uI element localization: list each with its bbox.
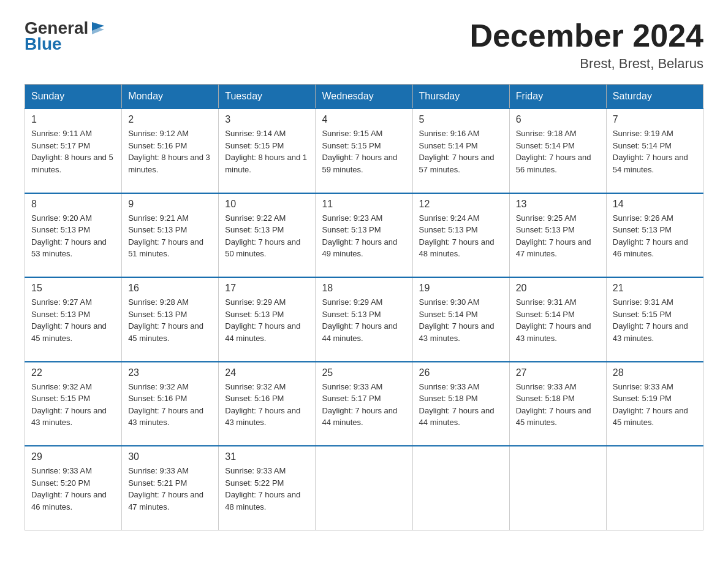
table-row: 3 Sunrise: 9:14 AM Sunset: 5:15 PM Dayli… [219, 109, 316, 193]
header-saturday: Saturday [606, 85, 703, 109]
day-number: 26 [419, 367, 503, 378]
logo: General Blue [25, 18, 108, 54]
table-row: 12 Sunrise: 9:24 AM Sunset: 5:13 PM Dayl… [412, 193, 509, 278]
day-info: Sunrise: 9:33 AM Sunset: 5:20 PM Dayligh… [31, 465, 115, 525]
table-row: 18 Sunrise: 9:29 AM Sunset: 5:13 PM Dayl… [316, 277, 412, 362]
calendar-week-row: 15 Sunrise: 9:27 AM Sunset: 5:13 PM Dayl… [25, 277, 703, 362]
day-info: Sunrise: 9:21 AM Sunset: 5:13 PM Dayligh… [128, 212, 212, 272]
day-info: Sunrise: 9:19 AM Sunset: 5:14 PM Dayligh… [613, 128, 697, 188]
table-row: 30 Sunrise: 9:33 AM Sunset: 5:21 PM Dayl… [122, 446, 219, 530]
day-number: 13 [516, 199, 600, 210]
day-info: Sunrise: 9:24 AM Sunset: 5:13 PM Dayligh… [419, 212, 503, 272]
day-info: Sunrise: 9:12 AM Sunset: 5:16 PM Dayligh… [128, 128, 212, 188]
day-number: 7 [613, 114, 697, 125]
day-number: 14 [613, 199, 697, 210]
day-number: 16 [128, 283, 212, 294]
day-info: Sunrise: 9:29 AM Sunset: 5:13 PM Dayligh… [322, 296, 406, 356]
day-number: 19 [419, 283, 503, 294]
day-number: 10 [225, 199, 309, 210]
day-number: 24 [225, 367, 309, 378]
day-info: Sunrise: 9:33 AM Sunset: 5:19 PM Dayligh… [613, 381, 697, 441]
table-row: 16 Sunrise: 9:28 AM Sunset: 5:13 PM Dayl… [122, 277, 219, 362]
day-number: 28 [613, 367, 697, 378]
calendar-week-row: 29 Sunrise: 9:33 AM Sunset: 5:20 PM Dayl… [25, 446, 703, 530]
calendar-header-row: Sunday Monday Tuesday Wednesday Thursday… [25, 85, 703, 109]
header: General Blue December 2024 Brest, Brest,… [25, 18, 703, 72]
day-info: Sunrise: 9:33 AM Sunset: 5:18 PM Dayligh… [516, 381, 600, 441]
calendar-week-row: 22 Sunrise: 9:32 AM Sunset: 5:15 PM Dayl… [25, 362, 703, 446]
table-row: 7 Sunrise: 9:19 AM Sunset: 5:14 PM Dayli… [606, 109, 703, 193]
header-thursday: Thursday [412, 85, 509, 109]
day-number: 30 [128, 451, 212, 462]
table-row: 5 Sunrise: 9:16 AM Sunset: 5:14 PM Dayli… [412, 109, 509, 193]
table-row: 21 Sunrise: 9:31 AM Sunset: 5:15 PM Dayl… [606, 277, 703, 362]
table-row: 13 Sunrise: 9:25 AM Sunset: 5:13 PM Dayl… [509, 193, 606, 278]
table-row: 15 Sunrise: 9:27 AM Sunset: 5:13 PM Dayl… [25, 277, 122, 362]
table-row: 24 Sunrise: 9:32 AM Sunset: 5:16 PM Dayl… [219, 362, 316, 446]
table-row: 4 Sunrise: 9:15 AM Sunset: 5:15 PM Dayli… [316, 109, 412, 193]
day-number: 6 [516, 114, 600, 125]
day-info: Sunrise: 9:11 AM Sunset: 5:17 PM Dayligh… [31, 128, 115, 188]
calendar-table: Sunday Monday Tuesday Wednesday Thursday… [25, 84, 703, 530]
day-info: Sunrise: 9:28 AM Sunset: 5:13 PM Dayligh… [128, 296, 212, 356]
day-number: 12 [419, 199, 503, 210]
table-row: 14 Sunrise: 9:26 AM Sunset: 5:13 PM Dayl… [606, 193, 703, 278]
day-number: 25 [322, 367, 406, 378]
page-title: December 2024 [469, 18, 703, 53]
table-row: 23 Sunrise: 9:32 AM Sunset: 5:16 PM Dayl… [122, 362, 219, 446]
table-row: 25 Sunrise: 9:33 AM Sunset: 5:17 PM Dayl… [316, 362, 412, 446]
day-number: 3 [225, 114, 309, 125]
table-row: 22 Sunrise: 9:32 AM Sunset: 5:15 PM Dayl… [25, 362, 122, 446]
day-number: 5 [419, 114, 503, 125]
day-info: Sunrise: 9:30 AM Sunset: 5:14 PM Dayligh… [419, 296, 503, 356]
day-info: Sunrise: 9:20 AM Sunset: 5:13 PM Dayligh… [31, 212, 115, 272]
day-info: Sunrise: 9:23 AM Sunset: 5:13 PM Dayligh… [322, 212, 406, 272]
day-info: Sunrise: 9:15 AM Sunset: 5:15 PM Dayligh… [322, 128, 406, 188]
header-wednesday: Wednesday [316, 85, 412, 109]
day-number: 4 [322, 114, 406, 125]
day-number: 17 [225, 283, 309, 294]
day-number: 8 [31, 199, 115, 210]
day-info: Sunrise: 9:18 AM Sunset: 5:14 PM Dayligh… [516, 128, 600, 188]
table-row: 27 Sunrise: 9:33 AM Sunset: 5:18 PM Dayl… [509, 362, 606, 446]
day-info: Sunrise: 9:26 AM Sunset: 5:13 PM Dayligh… [613, 212, 697, 272]
day-info: Sunrise: 9:32 AM Sunset: 5:15 PM Dayligh… [31, 381, 115, 441]
day-number: 21 [613, 283, 697, 294]
day-info: Sunrise: 9:33 AM Sunset: 5:17 PM Dayligh… [322, 381, 406, 441]
day-number: 29 [31, 451, 115, 462]
header-friday: Friday [509, 85, 606, 109]
day-number: 9 [128, 199, 212, 210]
day-number: 23 [128, 367, 212, 378]
day-info: Sunrise: 9:31 AM Sunset: 5:15 PM Dayligh… [613, 296, 697, 356]
table-row [412, 446, 509, 530]
table-row: 26 Sunrise: 9:33 AM Sunset: 5:18 PM Dayl… [412, 362, 509, 446]
day-number: 20 [516, 283, 600, 294]
table-row: 31 Sunrise: 9:33 AM Sunset: 5:22 PM Dayl… [219, 446, 316, 530]
table-row: 6 Sunrise: 9:18 AM Sunset: 5:14 PM Dayli… [509, 109, 606, 193]
table-row [316, 446, 412, 530]
title-area: December 2024 Brest, Brest, Belarus [469, 18, 703, 72]
day-info: Sunrise: 9:27 AM Sunset: 5:13 PM Dayligh… [31, 296, 115, 356]
table-row: 11 Sunrise: 9:23 AM Sunset: 5:13 PM Dayl… [316, 193, 412, 278]
table-row: 19 Sunrise: 9:30 AM Sunset: 5:14 PM Dayl… [412, 277, 509, 362]
header-tuesday: Tuesday [219, 85, 316, 109]
calendar-week-row: 8 Sunrise: 9:20 AM Sunset: 5:13 PM Dayli… [25, 193, 703, 278]
day-number: 22 [31, 367, 115, 378]
day-info: Sunrise: 9:25 AM Sunset: 5:13 PM Dayligh… [516, 212, 600, 272]
table-row: 8 Sunrise: 9:20 AM Sunset: 5:13 PM Dayli… [25, 193, 122, 278]
day-info: Sunrise: 9:32 AM Sunset: 5:16 PM Dayligh… [128, 381, 212, 441]
day-info: Sunrise: 9:14 AM Sunset: 5:15 PM Dayligh… [225, 128, 309, 188]
day-number: 2 [128, 114, 212, 125]
table-row [606, 446, 703, 530]
day-info: Sunrise: 9:29 AM Sunset: 5:13 PM Dayligh… [225, 296, 309, 356]
day-info: Sunrise: 9:33 AM Sunset: 5:21 PM Dayligh… [128, 465, 212, 525]
table-row: 28 Sunrise: 9:33 AM Sunset: 5:19 PM Dayl… [606, 362, 703, 446]
day-info: Sunrise: 9:33 AM Sunset: 5:22 PM Dayligh… [225, 465, 309, 525]
day-info: Sunrise: 9:32 AM Sunset: 5:16 PM Dayligh… [225, 381, 309, 441]
calendar-week-row: 1 Sunrise: 9:11 AM Sunset: 5:17 PM Dayli… [25, 109, 703, 193]
day-number: 15 [31, 283, 115, 294]
header-sunday: Sunday [25, 85, 122, 109]
day-number: 27 [516, 367, 600, 378]
day-number: 31 [225, 451, 309, 462]
logo-flag-icon [89, 20, 107, 37]
